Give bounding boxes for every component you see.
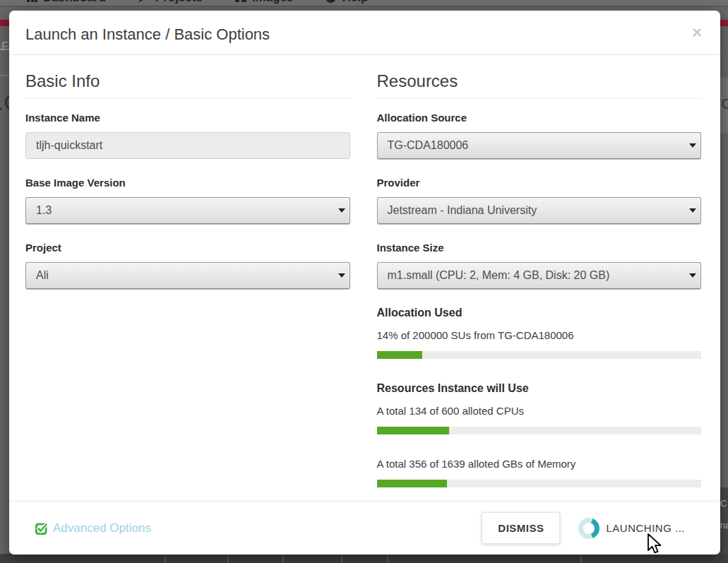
background-table-header-fragment (0, 554, 728, 563)
resources-will-use-heading: Resources Instance will Use (377, 382, 702, 395)
background-text-fragment: na (720, 520, 728, 531)
allocation-source-field-group: Allocation Source TG-CDA180006 (377, 112, 702, 159)
base-image-version-select[interactable]: 1.3 (25, 197, 350, 224)
background-divider-fragment (0, 75, 10, 76)
dropdown-arrow-icon (689, 273, 696, 278)
project-select[interactable]: Ali (25, 262, 350, 289)
memory-usage-text: A total 356 of 1639 alloted GBs of Memor… (377, 458, 702, 470)
instance-name-field-group: Instance Name (25, 112, 350, 159)
provider-field-group: Provider Jetstream - Indiana University (377, 177, 702, 224)
selected-value: Ali (36, 269, 49, 282)
allocation-used-heading: Allocation Used (377, 307, 702, 319)
progress-fill (377, 480, 448, 487)
allocation-used-progressbar (377, 351, 702, 359)
table-divider (165, 554, 166, 563)
progress-fill (377, 351, 422, 359)
section-heading-resources: Resources (377, 71, 702, 99)
instance-name-label: Instance Name (25, 112, 350, 124)
project-label: Project (25, 242, 350, 254)
check-square-icon (35, 522, 48, 535)
progress-fill (377, 427, 449, 434)
dropdown-arrow-icon (338, 273, 345, 278)
provider-label: Provider (377, 177, 702, 189)
dropdown-arrow-icon (689, 208, 696, 213)
instance-size-label: Instance Size (377, 242, 702, 254)
table-divider (580, 554, 582, 563)
mouse-cursor (646, 533, 663, 556)
allocation-used-text: 14% of 200000 SUs from TG-CDA180006 (377, 329, 702, 341)
allocation-source-label: Allocation Source (377, 112, 702, 124)
images-icon (235, 0, 246, 2)
modal-header: Launch an Instance / Basic Options × (9, 11, 720, 55)
modal-title: Launch an Instance / Basic Options (25, 25, 270, 44)
provider-select[interactable]: Jetstream - Indiana University (377, 197, 702, 224)
instance-size-select[interactable]: m1.small (CPU: 2, Mem: 4 GB, Disk: 20 GB… (377, 262, 702, 289)
table-divider (387, 554, 388, 563)
close-icon[interactable]: × (692, 25, 702, 40)
nav-item-dashboard[interactable]: Dashboard (27, 0, 106, 5)
memory-usage-progressbar (377, 480, 702, 487)
table-divider (227, 554, 229, 563)
dropdown-arrow-icon (689, 143, 696, 148)
projects-icon (138, 0, 150, 3)
resources-section: Resources Allocation Source TG-CDA180006… (377, 71, 702, 501)
launch-instance-modal: Launch an Instance / Basic Options × Bas… (9, 11, 720, 555)
modal-footer: Advanced Options DISMISS LAUNCHING ... (9, 501, 720, 555)
advanced-options-link[interactable]: Advanced Options (35, 521, 151, 535)
cpu-usage-progressbar (377, 427, 702, 434)
nav-label: Images (252, 0, 294, 5)
nav-item-help[interactable]: ? Help (326, 0, 368, 5)
allocation-source-select[interactable]: TG-CDA180006 (377, 132, 702, 159)
launching-label: LAUNCHING ... (606, 522, 685, 534)
nav-label: Projects (155, 0, 203, 5)
cpu-usage-text: A total 134 of 600 alloted CPUs (377, 405, 702, 417)
base-image-version-label: Base Image Version (25, 177, 350, 189)
nav-label: Help (342, 0, 368, 5)
section-heading-basic-info: Basic Info (25, 71, 350, 99)
dismiss-button[interactable]: DISMISS (482, 512, 560, 544)
nav-item-images[interactable]: Images (235, 0, 294, 5)
table-divider (341, 554, 342, 563)
loading-spinner-icon (578, 518, 599, 539)
dashboard-icon (27, 0, 37, 2)
nav-item-projects[interactable]: Projects (138, 0, 203, 5)
nav-label: Dashboard (43, 0, 106, 5)
modal-body: Basic Info Instance Name Base Image Vers… (9, 55, 720, 501)
dropdown-arrow-icon (338, 208, 345, 213)
table-divider (282, 554, 284, 563)
selected-value: 1.3 (36, 204, 52, 217)
advanced-options-label: Advanced Options (53, 521, 151, 535)
background-text-fragment: C (720, 498, 727, 509)
basic-info-section: Basic Info Instance Name Base Image Vers… (25, 71, 350, 501)
selected-value: TG-CDA180006 (388, 139, 469, 152)
project-field-group: Project Ali (25, 242, 350, 289)
selected-value: m1.small (CPU: 2, Mem: 4 GB, Disk: 20 GB… (388, 269, 610, 282)
selected-value: Jetstream - Indiana University (388, 204, 537, 217)
help-icon: ? (326, 0, 336, 3)
base-image-version-field-group: Base Image Version 1.3 (25, 177, 350, 224)
top-navbar: Dashboard Projects Images ? Help (0, 0, 728, 7)
instance-name-input[interactable] (25, 132, 350, 159)
launching-button[interactable]: LAUNCHING ... (578, 518, 685, 539)
instance-size-field-group: Instance Size m1.small (CPU: 2, Mem: 4 G… (377, 242, 702, 289)
